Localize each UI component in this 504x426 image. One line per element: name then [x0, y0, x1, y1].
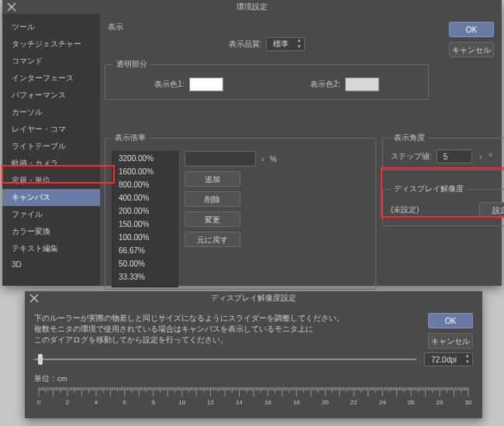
cancel-button[interactable]: キャンセル	[428, 333, 473, 349]
svg-text:6: 6	[123, 399, 127, 406]
cancel-button[interactable]: キャンセル	[449, 42, 494, 57]
angle-fieldset: 表示角度 ステップ値: 5 › °	[382, 132, 504, 170]
ok-button[interactable]: OK	[428, 313, 473, 328]
zoom-list-item[interactable]: 1600.00%	[112, 165, 178, 178]
svg-text:16: 16	[264, 399, 271, 406]
dialog-title: 環境設定	[2, 0, 502, 14]
zoom-reset-button[interactable]: 元に戻す	[185, 232, 240, 247]
chevron-right-icon[interactable]: ›	[477, 153, 485, 161]
sidebar-item[interactable]: ファイル	[2, 206, 100, 223]
zoom-list-item[interactable]: 50.00%	[112, 257, 178, 270]
svg-text:12: 12	[207, 399, 214, 406]
dpi-slider[interactable]	[34, 353, 416, 366]
svg-text:24: 24	[379, 399, 386, 406]
close-icon[interactable]	[7, 2, 16, 12]
display-res-dialog: ディスプレイ解像度設定 OK キャンセル 下のルーラーが実際の物差しと同じサイズ…	[25, 291, 482, 418]
chevron-down-icon[interactable]: ▾	[295, 44, 304, 50]
dialog-title: ディスプレイ解像度設定	[25, 291, 482, 305]
chevron-right-icon[interactable]: ›	[259, 155, 267, 163]
sidebar-item[interactable]: カーソル	[2, 104, 100, 121]
svg-text:4: 4	[95, 399, 98, 406]
sidebar-item[interactable]: 定規・単位	[2, 172, 100, 189]
sidebar-item[interactable]: タッチジェスチャー	[2, 36, 100, 53]
display-res-legend: ディスプレイ解像度	[391, 184, 467, 194]
zoom-add-button[interactable]: 追加	[185, 171, 240, 187]
quality-label: 表示品質:	[229, 39, 262, 50]
svg-text:26: 26	[408, 399, 415, 406]
prefs-dialog: 環境設定 ツールタッチジェスチャーコマンドインターフェースパフォーマンスカーソル…	[2, 0, 502, 286]
color2-label: 表示色2:	[310, 79, 340, 90]
step-label: ステップ値:	[391, 151, 432, 162]
category-sidebar: ツールタッチジェスチャーコマンドインターフェースパフォーマンスカーソルレイヤー・…	[2, 14, 100, 286]
sidebar-item[interactable]: テキスト編集	[2, 240, 100, 257]
step-input[interactable]: 5	[437, 149, 472, 163]
display-res-fieldset: ディスプレイ解像度 (未設定) 設定	[382, 184, 504, 226]
sidebar-item[interactable]: インターフェース	[2, 70, 100, 87]
sidebar-item[interactable]: 3D	[2, 257, 100, 272]
svg-text:0: 0	[37, 399, 41, 406]
zoom-list-item[interactable]: 100.00%	[112, 231, 178, 244]
sidebar-item[interactable]: パフォーマンス	[2, 87, 100, 104]
titlebar: ディスプレイ解像度設定	[25, 291, 482, 305]
sidebar-item[interactable]: コマンド	[2, 53, 100, 70]
angle-legend: 表示角度	[391, 132, 428, 143]
transparency-legend: 透明部分	[113, 59, 150, 70]
ok-button[interactable]: OK	[449, 22, 494, 37]
svg-text:14: 14	[236, 399, 243, 406]
zoom-list[interactable]: 3200.00%1600.00%800.00%400.00%200.00%150…	[112, 151, 178, 287]
zoom-input[interactable]	[185, 151, 256, 167]
quality-value: 標準	[267, 39, 295, 50]
zoom-list-item[interactable]: 66.67%	[112, 244, 178, 257]
color1-swatch[interactable]	[189, 77, 223, 91]
titlebar: 環境設定	[2, 0, 502, 14]
display-heading: 表示	[108, 22, 429, 33]
step-value: 5	[437, 153, 454, 161]
svg-text:10: 10	[178, 399, 185, 406]
color2-swatch[interactable]	[345, 77, 379, 91]
svg-text:8: 8	[152, 399, 156, 406]
zoom-list-item[interactable]: 800.00%	[112, 178, 178, 191]
unit-label: 単位：cm	[34, 374, 473, 384]
zoom-fieldset: 表示倍率 3200.00%1600.00%800.00%400.00%200.0…	[105, 132, 376, 290]
dpi-spinner[interactable]: 72.0dpi ▴▾	[424, 352, 473, 366]
percent-label: %	[270, 155, 277, 163]
zoom-legend: 表示倍率	[112, 132, 149, 143]
zoom-list-item[interactable]: 200.00%	[112, 204, 178, 218]
display-res-status: (未設定)	[391, 204, 419, 215]
dpi-value: 72.0dpi	[425, 356, 463, 364]
sidebar-item[interactable]: カラー変換	[2, 223, 100, 240]
sidebar-item[interactable]: 軌跡・カメラ	[2, 155, 100, 172]
chevron-down-icon[interactable]: ▾	[463, 359, 472, 366]
transparency-fieldset: 透明部分 表示色1: 表示色2:	[105, 59, 429, 100]
sidebar-item[interactable]: ツール	[2, 19, 100, 36]
zoom-change-button[interactable]: 変更	[185, 211, 240, 227]
svg-text:18: 18	[293, 399, 300, 406]
svg-text:30: 30	[465, 399, 472, 406]
quality-spinner[interactable]: 標準 ▴▾	[266, 37, 305, 51]
display-res-set-button[interactable]: 設定	[479, 202, 504, 218]
svg-text:22: 22	[350, 399, 357, 406]
color1-label: 表示色1:	[154, 79, 184, 90]
sidebar-item[interactable]: レイヤー・コマ	[2, 121, 100, 138]
svg-text:28: 28	[437, 399, 444, 406]
ruler: 024681012141618202224262830	[34, 387, 473, 409]
svg-text:20: 20	[322, 399, 329, 406]
slider-track	[34, 359, 416, 360]
sidebar-item[interactable]: ライトテーブル	[2, 138, 100, 155]
zoom-list-item[interactable]: 400.00%	[112, 191, 178, 204]
zoom-delete-button[interactable]: 削除	[185, 191, 240, 207]
zoom-list-item[interactable]: 33.33%	[112, 270, 178, 283]
slider-thumb[interactable]	[38, 354, 43, 365]
zoom-list-item[interactable]: 3200.00%	[112, 152, 178, 165]
zoom-list-item[interactable]: 150.00%	[112, 218, 178, 231]
degree-label: °	[489, 153, 492, 161]
instruction-text: 下のルーラーが実際の物差しと同じサイズになるようにスライダーを調整してください。…	[34, 313, 473, 345]
close-icon[interactable]	[29, 294, 39, 303]
sidebar-item[interactable]: キャンバス	[2, 189, 100, 206]
content-area: OK キャンセル 表示 表示品質: 標準 ▴▾ 透明部分 表示	[100, 14, 502, 286]
svg-text:2: 2	[66, 399, 70, 406]
